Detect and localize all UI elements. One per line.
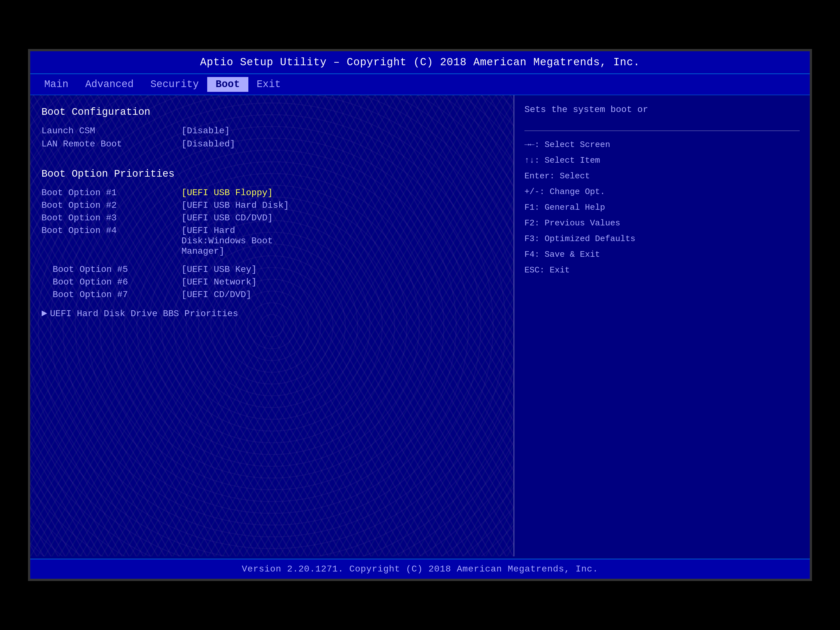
footer-bar: Version 2.20.1271. Copyright (C) 2018 Am…	[30, 559, 810, 579]
key-help-row-1: ↑↓: Select Item	[524, 155, 800, 166]
key-help-row-7: F4: Save & Exit	[524, 249, 800, 261]
boot-option-row-5[interactable]: Boot Option #5[UEFI USB Key]	[41, 264, 502, 275]
lan-remote-boot-row[interactable]: LAN Remote Boot [Disabled]	[41, 139, 502, 149]
boot-option-row-6[interactable]: Boot Option #6[UEFI Network]	[41, 277, 502, 287]
launch-csm-row[interactable]: Launch CSM [Disable]	[41, 126, 502, 136]
key-help-row-5: F2: Previous Values	[524, 217, 800, 229]
uefi-hdd-bbs-link[interactable]: ► UEFI Hard Disk Drive BBS Priorities	[41, 308, 502, 319]
boot-option-row-7[interactable]: Boot Option #7[UEFI CD/DVD]	[41, 289, 502, 300]
key-help-list: →←: Select Screen↑↓: Select ItemEnter: S…	[524, 139, 800, 280]
menu-item-boot[interactable]: Boot	[207, 77, 248, 92]
right-panel: Sets the system boot or →←: Select Scree…	[513, 95, 810, 556]
help-text: Sets the system boot or	[524, 103, 800, 117]
boot-option-label-1: Boot Option #1	[41, 188, 182, 198]
boot-option-value-7: [UEFI CD/DVD]	[182, 289, 251, 300]
content-area: Boot Configuration Launch CSM [Disable] …	[30, 95, 810, 556]
key-help-row-2: Enter: Select	[524, 170, 800, 182]
boot-option-value-2: [UEFI USB Hard Disk]	[182, 200, 289, 210]
section-title: Boot Configuration	[41, 106, 502, 118]
left-content: Boot Configuration Launch CSM [Disable] …	[41, 106, 502, 319]
boot-option-label-2: Boot Option #2	[41, 200, 182, 210]
boot-option-label-4: Boot Option #4	[41, 226, 182, 256]
key-help-row-6: F3: Optimized Defaults	[524, 233, 800, 245]
boot-options-list: Boot Option #1[UEFI USB Floppy]Boot Opti…	[41, 188, 502, 300]
menu-bar: MainAdvancedSecurityBootExit	[30, 74, 810, 95]
lan-remote-boot-label: LAN Remote Boot	[41, 139, 182, 149]
boot-option-label-3: Boot Option #3	[41, 213, 182, 223]
key-help-row-0: →←: Select Screen	[524, 139, 800, 151]
title-text: Aptio Setup Utility – Copyright (C) 2018…	[200, 56, 640, 68]
right-divider	[524, 131, 800, 131]
menu-item-advanced[interactable]: Advanced	[77, 77, 142, 92]
left-panel: Boot Configuration Launch CSM [Disable] …	[30, 95, 513, 556]
boot-option-value-4: [UEFI HardDisk:Windows BootManager]	[182, 226, 273, 256]
menu-item-exit[interactable]: Exit	[248, 77, 289, 92]
boot-option-label-7: Boot Option #7	[41, 289, 182, 300]
boot-priorities-title: Boot Option Priorities	[41, 168, 502, 180]
boot-option-value-5: [UEFI USB Key]	[182, 264, 257, 275]
boot-option-label-5: Boot Option #5	[41, 264, 182, 275]
spacer-1	[41, 152, 502, 159]
boot-option-row-1[interactable]: Boot Option #1[UEFI USB Floppy]	[41, 188, 502, 198]
boot-option-value-1: [UEFI USB Floppy]	[182, 188, 273, 198]
key-help-row-3: +/-: Change Opt.	[524, 186, 800, 198]
key-help-row-4: F1: General Help	[524, 202, 800, 213]
boot-option-value-3: [UEFI USB CD/DVD]	[182, 213, 273, 223]
title-bar: Aptio Setup Utility – Copyright (C) 2018…	[30, 51, 810, 74]
boot-option-row-3[interactable]: Boot Option #3[UEFI USB CD/DVD]	[41, 213, 502, 223]
spacer-2	[41, 159, 502, 166]
launch-csm-label: Launch CSM	[41, 126, 182, 136]
bios-screen: Aptio Setup Utility – Copyright (C) 2018…	[28, 49, 812, 581]
menu-item-security[interactable]: Security	[142, 77, 207, 92]
key-help-row-8: ESC: Exit	[524, 264, 800, 276]
boot-option-row-2[interactable]: Boot Option #2[UEFI USB Hard Disk]	[41, 200, 502, 210]
launch-csm-value: [Disable]	[182, 126, 230, 136]
menu-item-main[interactable]: Main	[36, 77, 77, 92]
footer-text: Version 2.20.1271. Copyright (C) 2018 Am…	[242, 564, 598, 574]
lan-remote-boot-value: [Disabled]	[182, 139, 235, 149]
link-arrow-icon: ►	[41, 308, 47, 319]
boot-option-row-4[interactable]: Boot Option #4[UEFI HardDisk:Windows Boo…	[41, 226, 502, 256]
link-label: UEFI Hard Disk Drive BBS Priorities	[50, 309, 238, 319]
boot-option-value-6: [UEFI Network]	[182, 277, 257, 287]
boot-option-label-6: Boot Option #6	[41, 277, 182, 287]
